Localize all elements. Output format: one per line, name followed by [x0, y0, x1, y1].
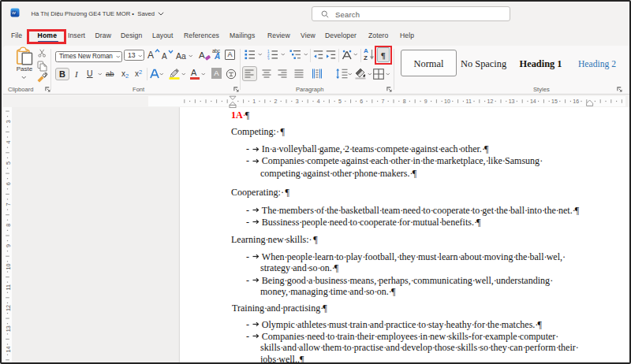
svg-text:7: 7: [381, 98, 384, 104]
svg-text:16: 16: [573, 98, 579, 104]
svg-text:3: 3: [5, 120, 12, 123]
svg-text:5: 5: [338, 98, 342, 104]
svg-text:14: 14: [530, 98, 536, 104]
svg-text:11: 11: [5, 284, 12, 290]
svg-text:11: 11: [466, 98, 472, 104]
svg-text:13: 13: [5, 325, 12, 332]
svg-text:3: 3: [267, 58, 270, 61]
svg-text:12: 12: [487, 98, 494, 104]
svg-text:3: 3: [296, 98, 299, 104]
svg-text:10: 10: [5, 263, 12, 269]
svg-text:9: 9: [5, 244, 12, 247]
svg-text:14: 14: [5, 347, 12, 353]
svg-text:4: 4: [317, 98, 320, 104]
svg-text:5: 5: [5, 162, 12, 165]
svg-text:10: 10: [444, 98, 450, 104]
svg-text:2: 2: [274, 98, 277, 104]
svg-text:1: 1: [252, 98, 256, 104]
svg-text:13: 13: [509, 98, 515, 104]
svg-text:12: 12: [5, 305, 12, 311]
svg-text:15: 15: [551, 98, 558, 104]
svg-text:6: 6: [5, 182, 12, 185]
svg-text:8: 8: [5, 224, 12, 227]
svg-text:4: 4: [5, 141, 12, 144]
svg-text:6: 6: [360, 98, 363, 104]
svg-text:8: 8: [403, 98, 406, 104]
svg-text:7: 7: [5, 203, 12, 206]
svg-text:9: 9: [424, 98, 428, 104]
